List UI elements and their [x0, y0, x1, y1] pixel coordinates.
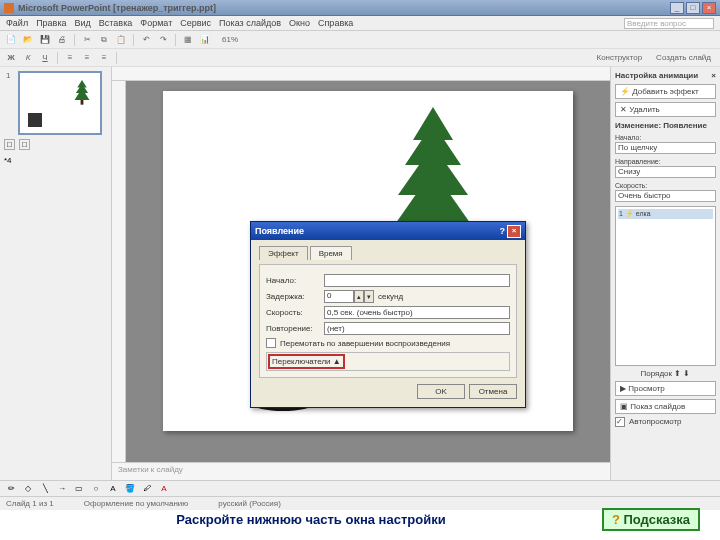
- rect-icon[interactable]: ▭: [72, 482, 86, 496]
- start-select[interactable]: [324, 274, 510, 287]
- new-file-icon[interactable]: 📄: [4, 33, 18, 47]
- outline-btn-1[interactable]: □: [4, 139, 15, 150]
- caption-row: Раскройте нижнюю часть окна настройки ? …: [0, 508, 720, 531]
- slideshow-button[interactable]: ▣ Показ слайдов: [615, 399, 716, 414]
- outline-btn-2[interactable]: □: [19, 139, 30, 150]
- autopreview-label: Автопросмотр: [629, 417, 682, 426]
- open-file-icon[interactable]: 📂: [21, 33, 35, 47]
- copy-icon[interactable]: ⧉: [97, 33, 111, 47]
- tp-direction-select[interactable]: Снизу: [615, 166, 716, 178]
- tab-effect[interactable]: Эффект: [259, 246, 308, 260]
- cancel-button[interactable]: Отмена: [469, 384, 517, 399]
- dialog-title: Появление: [255, 226, 500, 236]
- hint-button[interactable]: ? Подсказка: [602, 508, 700, 531]
- repeat-label: Повторение:: [266, 324, 324, 333]
- undo-icon[interactable]: ↶: [139, 33, 153, 47]
- workspace: 1 □ □ *4: [0, 67, 720, 480]
- caption-text: Раскройте нижнюю часть окна настройки: [20, 512, 602, 527]
- separator: [74, 34, 75, 46]
- separator: [175, 34, 176, 46]
- autopreview-checkbox[interactable]: [615, 417, 625, 427]
- menu-slideshow[interactable]: Показ слайдов: [219, 18, 281, 28]
- mini-hat-icon: [28, 113, 42, 127]
- tab-timing[interactable]: Время: [310, 246, 352, 260]
- minimize-button[interactable]: _: [670, 2, 684, 14]
- tp-start-select[interactable]: По щелчку: [615, 142, 716, 154]
- slide-panel: 1 □ □ *4: [0, 67, 112, 480]
- line-icon[interactable]: ╲: [38, 482, 52, 496]
- delay-spin-up[interactable]: ▴: [354, 290, 364, 303]
- chart-icon[interactable]: 📊: [198, 33, 212, 47]
- fill-color-icon[interactable]: 🪣: [123, 482, 137, 496]
- autoshapes-icon[interactable]: ◇: [21, 482, 35, 496]
- align-left-icon[interactable]: ≡: [63, 51, 77, 65]
- dialog-close-button[interactable]: ×: [507, 225, 521, 238]
- tp-direction-label: Направление:: [615, 158, 716, 165]
- textbox-icon[interactable]: A: [106, 482, 120, 496]
- doc-name: [тренажер_триггер.ppt]: [113, 3, 216, 13]
- remove-button[interactable]: ✕ Удалить: [615, 102, 716, 117]
- canvas-area: Щелкните мышкой здесь Щелкните мышкой на…: [112, 67, 610, 480]
- menu-edit[interactable]: Правка: [36, 18, 66, 28]
- outline-marker: *4: [4, 156, 107, 165]
- svg-rect-3: [81, 100, 84, 105]
- slide-editing-area[interactable]: Щелкните мышкой здесь Щелкните мышкой на…: [126, 81, 610, 462]
- formatting-toolbar: Ж К Ч ≡ ≡ ≡ Конструктор Создать слайд: [0, 49, 720, 67]
- menu-insert[interactable]: Вставка: [99, 18, 132, 28]
- speed-select[interactable]: 0,5 сек. (очень быстро): [324, 306, 510, 319]
- font-color-icon[interactable]: A: [157, 482, 171, 496]
- draw-menu-icon[interactable]: ✏: [4, 482, 18, 496]
- dialog-titlebar[interactable]: Появление ? ×: [251, 222, 525, 240]
- repeat-select[interactable]: (нет): [324, 322, 510, 335]
- dialog-help-icon[interactable]: ?: [500, 226, 506, 236]
- bold-icon[interactable]: Ж: [4, 51, 18, 65]
- align-right-icon[interactable]: ≡: [97, 51, 111, 65]
- maximize-button[interactable]: □: [686, 2, 700, 14]
- new-slide-button[interactable]: Создать слайд: [651, 51, 716, 65]
- speed-label: Скорость:: [266, 308, 324, 317]
- menu-tools[interactable]: Сервис: [180, 18, 211, 28]
- close-button[interactable]: ×: [702, 2, 716, 14]
- tp-speed-select[interactable]: Очень быстро: [615, 190, 716, 202]
- design-name: Оформление по умолчанию: [84, 499, 189, 508]
- zoom-dropdown[interactable]: 61%: [215, 33, 245, 47]
- menu-file[interactable]: Файл: [6, 18, 28, 28]
- ok-button[interactable]: OK: [417, 384, 465, 399]
- paste-icon[interactable]: 📋: [114, 33, 128, 47]
- italic-icon[interactable]: К: [21, 51, 35, 65]
- ask-question-input[interactable]: Введите вопрос: [624, 18, 714, 29]
- slide-thumbnail-1[interactable]: 1: [4, 71, 107, 135]
- menu-help[interactable]: Справка: [318, 18, 353, 28]
- menu-format[interactable]: Формат: [140, 18, 172, 28]
- design-button[interactable]: Конструктор: [591, 51, 647, 65]
- rewind-label: Перемотать по завершении воспроизведения: [280, 339, 450, 348]
- reorder-buttons[interactable]: Порядок ⬆ ⬇: [615, 369, 716, 378]
- window-title: Microsoft PowerPoint [тренажер_триггер.p…: [18, 3, 668, 13]
- animation-list[interactable]: 1 ⚡ елка: [615, 206, 716, 366]
- underline-icon[interactable]: Ч: [38, 51, 52, 65]
- save-icon[interactable]: 💾: [38, 33, 52, 47]
- hint-label: Подсказка: [620, 512, 690, 527]
- animation-list-item[interactable]: 1 ⚡ елка: [618, 209, 713, 219]
- delay-input[interactable]: 0: [324, 290, 354, 303]
- align-center-icon[interactable]: ≡: [80, 51, 94, 65]
- rewind-checkbox[interactable]: [266, 338, 276, 348]
- menu-view[interactable]: Вид: [75, 18, 91, 28]
- table-icon[interactable]: ▦: [181, 33, 195, 47]
- triggers-toggle[interactable]: Переключатели ▲: [270, 356, 343, 367]
- add-effect-button[interactable]: ⚡ Добавить эффект: [615, 84, 716, 99]
- line-color-icon[interactable]: 🖊: [140, 482, 154, 496]
- notes-pane[interactable]: Заметки к слайду: [112, 462, 610, 480]
- arrow-icon[interactable]: →: [55, 482, 69, 496]
- separator: [133, 34, 134, 46]
- triggers-section: Переключатели ▲: [266, 352, 510, 371]
- redo-icon[interactable]: ↷: [156, 33, 170, 47]
- oval-icon[interactable]: ○: [89, 482, 103, 496]
- taskpane-close-icon[interactable]: ×: [711, 71, 716, 80]
- delay-spin-down[interactable]: ▾: [364, 290, 374, 303]
- menu-window[interactable]: Окно: [289, 18, 310, 28]
- print-icon[interactable]: 🖨: [55, 33, 69, 47]
- animation-task-pane: Настройка анимации × ⚡ Добавить эффект ✕…: [610, 67, 720, 480]
- play-button[interactable]: ▶ Просмотр: [615, 381, 716, 396]
- cut-icon[interactable]: ✂: [80, 33, 94, 47]
